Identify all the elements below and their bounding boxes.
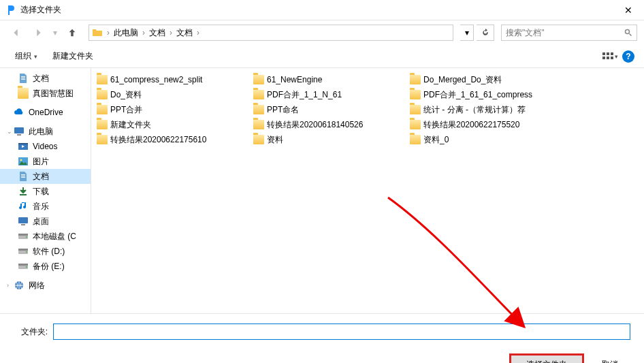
svg-rect-14: [18, 217, 28, 223]
folder-item[interactable]: PDF合并_1_61_61_compress: [407, 87, 564, 102]
folder-icon: [18, 88, 29, 99]
svg-rect-4: [602, 57, 605, 59]
help-button[interactable]: ?: [622, 50, 634, 63]
folder-name: 61_compress_new2_split: [110, 75, 202, 84]
svg-rect-7: [14, 127, 24, 133]
view-button[interactable]: [602, 48, 618, 65]
sidebar-item-label: 桌面: [33, 216, 49, 227]
search-input[interactable]: [506, 28, 624, 37]
folder-name: 转换结果20200622175610: [110, 134, 206, 146]
folder-icon: [253, 90, 264, 99]
sidebar-item-onedrive[interactable]: OneDrive: [0, 105, 91, 120]
folder-item[interactable]: PDF合并_1_1_N_61: [251, 87, 407, 102]
sidebar-item-c[interactable]: 本地磁盘 (C: [0, 229, 91, 244]
folder-item[interactable]: 资料: [251, 132, 407, 147]
crumb-documents[interactable]: 文档: [146, 27, 168, 39]
svg-rect-1: [602, 52, 605, 55]
sidebar-item-[interactable]: 下载: [0, 184, 91, 199]
sidebar-item-[interactable]: 桌面: [0, 214, 91, 229]
folder-item[interactable]: PPT合并: [94, 102, 251, 117]
chevron-right-icon: ›: [195, 28, 201, 37]
folder-name: Do_资料: [110, 89, 142, 101]
back-button[interactable]: [7, 23, 26, 42]
organize-label: 组织: [15, 50, 31, 62]
select-folder-button[interactable]: 选择文件夹: [509, 353, 584, 363]
folder-item[interactable]: 转换结果20200622175610: [94, 132, 251, 147]
sidebar-item-label: 本地磁盘 (C: [33, 231, 76, 242]
search-box[interactable]: [501, 25, 637, 41]
folder-item[interactable]: 统计 - 分离 -（常规计算）荐: [407, 102, 564, 117]
sidebar-item-thispc[interactable]: ⌄此电脑: [0, 124, 91, 139]
sidebar-item-[interactable]: 图片: [0, 154, 91, 169]
expand-icon[interactable]: ›: [7, 282, 14, 289]
new-folder-button[interactable]: 新建文件夹: [47, 48, 99, 64]
folder-item[interactable]: 61_NewEngine: [251, 72, 407, 87]
folder-name: 61_NewEngine: [267, 75, 322, 84]
close-button[interactable]: ✕: [618, 5, 639, 16]
folder-name: 统计 - 分离 -（常规计算）荐: [423, 104, 526, 116]
music-icon: [18, 201, 29, 212]
folder-icon: [97, 75, 108, 84]
folder-icon: [253, 75, 264, 84]
sidebar-item-network[interactable]: ›网络: [0, 278, 91, 293]
folder-icon: [410, 120, 421, 129]
folder-name: 资料_0: [423, 134, 449, 146]
sidebar-item-zhentu[interactable]: 真图智慧图: [0, 86, 91, 101]
folder-item[interactable]: PPT命名: [251, 102, 407, 117]
sidebar-item-d[interactable]: 软件 (D:): [0, 244, 91, 259]
picture-icon: [18, 156, 29, 167]
chevron-right-icon: ›: [141, 28, 146, 37]
svg-point-21: [26, 251, 27, 253]
folder-name: Do_Merged_Do_资料: [423, 74, 502, 86]
sidebar[interactable]: 文档 真图智慧图 OneDrive ⌄此电脑 Videos图片文档下载音乐桌面本…: [0, 68, 91, 313]
sidebar-item-label: 网络: [29, 280, 45, 291]
sidebar-item-[interactable]: 音乐: [0, 199, 91, 214]
disk-icon: [18, 261, 29, 272]
monitor-icon: [14, 126, 25, 137]
recent-dropdown[interactable]: ▾: [50, 23, 60, 42]
sidebar-item-[interactable]: 文档: [0, 169, 91, 184]
sidebar-item-label: 图片: [33, 156, 49, 168]
folder-item[interactable]: 转换结果20200618140526: [251, 117, 407, 132]
network-icon: [14, 280, 25, 291]
forward-button[interactable]: [29, 23, 48, 42]
sidebar-item-label: 真图智慧图: [33, 88, 74, 99]
folder-item[interactable]: 61_compress_new2_split: [94, 72, 251, 87]
folder-icon: [253, 105, 264, 114]
folder-icon: [92, 27, 103, 38]
folder-item[interactable]: 新建文件夹: [94, 117, 251, 132]
breadcrumb[interactable]: › 此电脑 › 文档 › 文档 ›: [88, 25, 453, 41]
svg-rect-3: [611, 52, 613, 55]
svg-rect-2: [607, 52, 609, 55]
sidebar-item-documents-quick[interactable]: 文档: [0, 71, 91, 86]
svg-rect-13: [20, 194, 27, 195]
navbar: ▾ › 此电脑 › 文档 › 文档 › ▾: [0, 20, 644, 45]
up-button[interactable]: [63, 23, 82, 42]
breadcrumb-dropdown[interactable]: ▾: [460, 25, 474, 41]
folder-icon: [253, 120, 264, 129]
svg-rect-23: [18, 264, 28, 266]
sidebar-item-videos[interactable]: Videos: [0, 139, 91, 154]
organize-button[interactable]: 组织: [10, 48, 43, 64]
crumb-documents2[interactable]: 文档: [174, 27, 195, 39]
folder-name: 新建文件夹: [110, 119, 151, 131]
refresh-button[interactable]: [477, 25, 494, 41]
cancel-button[interactable]: 取消: [590, 356, 630, 363]
folder-name-label: 文件夹:: [14, 326, 48, 338]
folder-item[interactable]: Do_Merged_Do_资料: [407, 72, 564, 87]
svg-point-12: [20, 159, 22, 161]
sidebar-item-e[interactable]: 备份 (E:): [0, 259, 91, 274]
crumb-thispc[interactable]: 此电脑: [111, 27, 141, 39]
svg-rect-17: [18, 234, 28, 236]
folder-name-input[interactable]: [53, 323, 630, 340]
folder-item[interactable]: Do_资料: [94, 87, 251, 102]
collapse-icon[interactable]: ⌄: [7, 128, 14, 135]
folder-name: PDF合并_1_61_61_compress: [423, 89, 532, 101]
folder-list[interactable]: 61_compress_new2_split61_NewEngineDo_Mer…: [91, 68, 644, 313]
folder-item[interactable]: 资料_0: [407, 132, 564, 147]
folder-item[interactable]: 转换结果20200622175520: [407, 117, 564, 132]
sidebar-item-label: OneDrive: [29, 108, 63, 117]
folder-name: PPT合并: [110, 104, 142, 116]
folder-icon: [97, 135, 108, 144]
cloud-icon: [14, 107, 25, 118]
